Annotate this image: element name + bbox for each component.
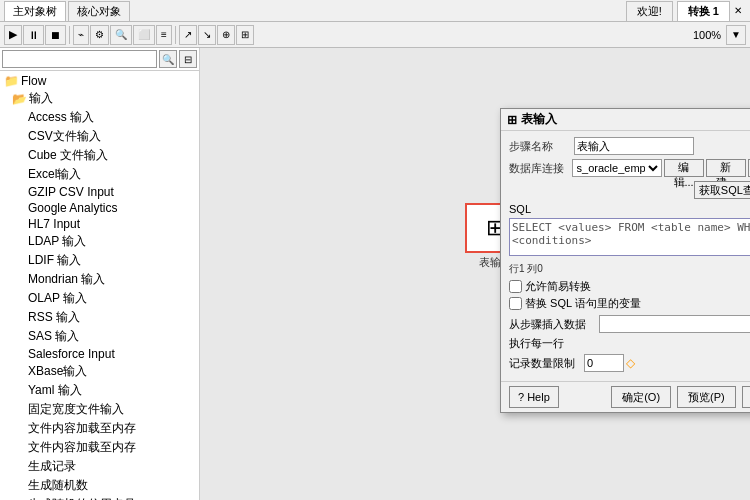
list-item[interactable]: RSS 输入 [16, 308, 199, 327]
list-item[interactable]: SAS 输入 [16, 327, 199, 346]
from-step-select[interactable] [599, 315, 750, 333]
tree-folder-input[interactable]: 📂 输入 [8, 89, 199, 108]
exec-each-row: 执行每一行 [509, 336, 750, 351]
tree-folder-flow[interactable]: 📁 Flow [0, 73, 199, 89]
list-item[interactable]: 文件内容加载至内存 [16, 419, 199, 438]
allow-simple-row: 允许简易转换 [509, 279, 750, 294]
dialog-table-input: ⊞ 表输入 — □ ✕ 步骤名称 数据库连接 [500, 108, 750, 413]
allow-simple-label: 允许简易转换 [525, 279, 591, 294]
list-item[interactable]: Cube 文件输入 [16, 146, 199, 165]
canvas-area: ⊞ 表输入 ⊞ 表输入 — □ ✕ 步骤名 [200, 48, 750, 500]
record-limit-label: 记录数量限制 [509, 356, 584, 371]
stop-btn[interactable]: ⏹ [45, 25, 66, 45]
list-item[interactable]: XBase输入 [16, 362, 199, 381]
sql-row-col: 行1 列0 [509, 261, 750, 276]
step-name-label: 步骤名称 [509, 139, 574, 154]
toolbar-btn7[interactable]: ↘ [198, 25, 216, 45]
record-limit-row: 记录数量限制 ◇ [509, 354, 750, 372]
toolbar-btn3[interactable]: 🔍 [110, 25, 132, 45]
tab-main-objects[interactable]: 主对象树 [4, 1, 66, 21]
run-btn[interactable]: ▶ [4, 25, 22, 45]
toolbar-btn5[interactable]: ≡ [156, 25, 172, 45]
ok-btn[interactable]: 确定(O) [611, 386, 671, 408]
main-tabs-left[interactable]: 主对象树 核心对象 [4, 1, 130, 21]
dialog-footer: ? Help 确定(O) 预览(P) 取消(C) [501, 381, 750, 412]
tree-collapse-btn[interactable]: ⊟ [179, 50, 197, 68]
list-item[interactable]: Mondrian 输入 [16, 270, 199, 289]
toolbar-btn1[interactable]: ⌁ [73, 25, 89, 45]
list-item[interactable]: 文件内容加载至内存 [16, 438, 199, 457]
tab-welcome[interactable]: 欢迎! [626, 1, 673, 21]
list-item[interactable]: 生成随机数 [16, 476, 199, 495]
list-item[interactable]: Salesforce Input [16, 346, 199, 362]
toolbar-btn9[interactable]: ⊞ [236, 25, 254, 45]
record-limit-input[interactable] [584, 354, 624, 372]
dialog-titlebar: ⊞ 表输入 — □ ✕ [501, 109, 750, 131]
get-sql-btn[interactable]: 获取SQL查询语句... [694, 181, 750, 199]
tree-folder-input-label: 输入 [29, 90, 53, 107]
sql-area-container: <span class="sql-kw">SELECT</span> <valu… [509, 218, 750, 259]
sql-row-col-text: 行1 列0 [509, 263, 543, 274]
list-item[interactable]: LDAP 输入 [16, 232, 199, 251]
tab-close-icon[interactable]: ✕ [730, 3, 746, 18]
tree-search-input[interactable] [2, 50, 157, 68]
zoom-dropdown[interactable]: ▼ [726, 25, 746, 45]
replace-var-label: 替换 SQL 语句里的变量 [525, 296, 641, 311]
tree-folder-flow-label: Flow [21, 74, 46, 88]
tree-children-input: Access 输入 CSV文件输入 Cube 文件输入 Excel输入 GZIP… [8, 108, 199, 500]
folder-icon: 📁 [4, 74, 19, 88]
exec-each-label: 执行每一行 [509, 336, 599, 351]
folder-open-icon: 📂 [12, 92, 27, 106]
from-step-row: 从步骤插入数据 [509, 315, 750, 333]
tab-core-objects[interactable]: 核心对象 [68, 1, 130, 21]
list-item[interactable]: GZIP CSV Input [16, 184, 199, 200]
zoom-level: 100% [693, 29, 721, 41]
sql-label: SQL [509, 203, 531, 215]
new-btn[interactable]: 新建... [706, 159, 746, 177]
list-item[interactable]: Access 输入 [16, 108, 199, 127]
db-connect-select[interactable]: s_oracle_emp [572, 159, 662, 177]
cancel-btn[interactable]: 取消(C) [742, 386, 750, 408]
toolbar-btn4[interactable]: ⬜ [133, 25, 155, 45]
record-limit-icon: ◇ [626, 356, 635, 370]
list-item[interactable]: Excel输入 [16, 165, 199, 184]
tree-search-btn[interactable]: 🔍 [159, 50, 177, 68]
list-item[interactable]: HL7 Input [16, 216, 199, 232]
db-connect-label: 数据库连接 [509, 161, 572, 176]
preview-btn[interactable]: 预览(P) [677, 386, 736, 408]
dialog-content: 步骤名称 数据库连接 s_oracle_emp 编辑... 新建... Wiza… [501, 131, 750, 381]
dialog-title-icon: ⊞ [507, 113, 517, 127]
dialog-title: ⊞ 表输入 [507, 111, 557, 128]
tree-container: 📁 Flow 📂 输入 Access 输入 CSV文件输入 Cube 文件输入 … [0, 71, 199, 500]
edit-btn[interactable]: 编辑... [664, 159, 704, 177]
toolbar-btn2[interactable]: ⚙ [90, 25, 109, 45]
replace-var-checkbox[interactable] [509, 297, 522, 310]
list-item[interactable]: CSV文件输入 [16, 127, 199, 146]
list-item[interactable]: 固定宽度文件输入 [16, 400, 199, 419]
list-item[interactable]: Yaml 输入 [16, 381, 199, 400]
list-item[interactable]: 生成记录 [16, 457, 199, 476]
sql-label-row: SQL [509, 202, 750, 216]
replace-var-row: 替换 SQL 语句里的变量 [509, 296, 750, 311]
allow-simple-checkbox[interactable] [509, 280, 522, 293]
list-item[interactable]: 生成随机的信用卡号 [16, 495, 199, 500]
help-btn[interactable]: ? Help [509, 386, 559, 408]
step-name-row: 步骤名称 [509, 137, 750, 155]
toolbar-btn8[interactable]: ⊕ [217, 25, 235, 45]
toolbar-btn6[interactable]: ↗ [179, 25, 197, 45]
list-item[interactable]: OLAP 输入 [16, 289, 199, 308]
list-item-google-analytics[interactable]: Google Analytics [16, 200, 199, 216]
step-name-input[interactable] [574, 137, 694, 155]
dialog-title-text: 表输入 [521, 111, 557, 128]
list-item[interactable]: LDIF 输入 [16, 251, 199, 270]
sql-textarea[interactable]: <span class="sql-kw">SELECT</span> <valu… [509, 218, 750, 256]
tab-transform[interactable]: 转换 1 [677, 1, 730, 21]
db-connect-row: 数据库连接 s_oracle_emp 编辑... 新建... Wizard... [509, 159, 750, 177]
from-step-label: 从步骤插入数据 [509, 317, 599, 332]
pause-btn[interactable]: ⏸ [23, 25, 44, 45]
